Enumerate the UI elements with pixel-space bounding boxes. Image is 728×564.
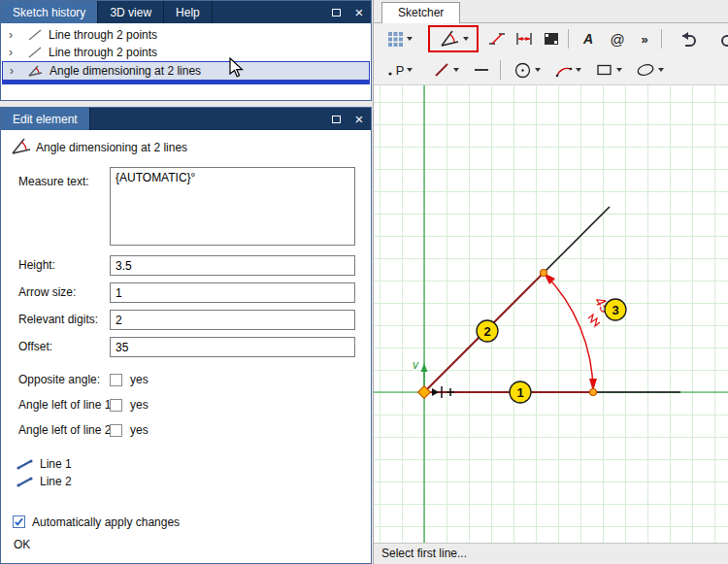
toolbar-separator <box>500 60 501 80</box>
relevant-digits-label: Relevant digits: <box>18 310 98 330</box>
chevron-down-icon <box>535 68 541 72</box>
axis-arrow-icon <box>421 363 428 372</box>
maximize-button[interactable] <box>324 1 347 23</box>
double-chevron-right-icon: » <box>641 32 647 47</box>
horizontal-line-tool-button[interactable] <box>469 57 494 83</box>
line-reference-icon <box>17 457 34 471</box>
chevron-down-icon <box>616 68 622 72</box>
angle-left-line1-label: Angle left of line 1: <box>18 395 115 415</box>
auto-apply-checkbox[interactable] <box>13 515 25 528</box>
measure-text-label: Measure text: <box>18 172 89 192</box>
constraint-arrow-icon <box>432 388 439 396</box>
sketchy-stroke-decoration <box>588 315 600 326</box>
history-row-label: Angle dimensioning at 2 lines <box>50 64 201 78</box>
line-icon <box>27 47 43 58</box>
arrow-size-label: Arrow size: <box>18 282 76 303</box>
arc-icon <box>554 61 573 79</box>
badge-2: 2 <box>477 320 498 342</box>
toolbar-separator <box>661 29 662 49</box>
construction-line-diagonal[interactable] <box>544 207 610 273</box>
offset-label: Offset: <box>18 337 52 357</box>
point-dot-icon <box>387 63 393 77</box>
slope-dimension-tool-button[interactable] <box>484 26 510 51</box>
history-row-label: Line through 2 points <box>49 46 157 59</box>
horizontal-dimension-tool-button[interactable] <box>512 26 537 51</box>
expander-icon[interactable]: › <box>10 66 19 76</box>
ellipse-tool-button[interactable] <box>632 57 667 83</box>
relevant-digits-input[interactable] <box>110 310 355 330</box>
line1-reference-label[interactable]: Line 1 <box>40 456 72 472</box>
tab-3d-view[interactable]: 3D view <box>98 1 164 23</box>
auto-apply-label: Automatically apply changes <box>32 513 180 533</box>
redo-button[interactable] <box>715 26 728 51</box>
angle-dimension-icon <box>439 29 460 49</box>
chevron-down-icon <box>407 68 413 72</box>
filled-region-tool-button[interactable] <box>539 26 564 51</box>
tab-sketch-history[interactable]: Sketch history <box>1 1 98 23</box>
close-button[interactable]: × <box>347 108 371 130</box>
point-tool-icon: P <box>396 63 405 78</box>
angle-left-line1-checkbox[interactable] <box>110 399 122 412</box>
arc-tool-button[interactable] <box>550 57 585 83</box>
badge-1: 1 <box>510 382 531 403</box>
pattern-array-tool-button[interactable] <box>381 26 418 51</box>
ok-button[interactable]: OK <box>14 538 30 551</box>
text-tool-button[interactable]: A <box>576 26 601 51</box>
ellipse-icon <box>636 61 655 79</box>
expander-icon[interactable]: › <box>9 48 18 57</box>
angle-left-line2-label: Angle left of line 2: <box>18 420 115 441</box>
toolbar-row-1: A @ » <box>374 23 728 54</box>
line2-reference-label[interactable]: Line 2 <box>40 474 72 489</box>
badge-1-label: 1 <box>516 385 523 400</box>
at-symbol-tool-button[interactable]: @ <box>605 26 630 51</box>
angle-left-line1-yes-label: yes <box>130 395 149 415</box>
angle-dimension-tool-button[interactable] <box>439 26 469 51</box>
slope-dimension-icon <box>487 30 507 48</box>
maximize-button[interactable] <box>324 108 347 130</box>
highlight-annotation-box <box>428 25 479 52</box>
rectangle-tool-button[interactable] <box>591 57 626 83</box>
tab-sketcher[interactable]: Sketcher <box>381 2 460 23</box>
tab-edit-element[interactable]: Edit element <box>1 108 90 130</box>
history-row[interactable]: › Line through 2 points <box>2 44 370 61</box>
opposite-angle-checkbox[interactable] <box>110 374 122 386</box>
sketch-history-window: Sketch history 3D view Help × › Line thr… <box>0 0 372 101</box>
titlebar-spacer <box>213 1 324 23</box>
measure-text-field[interactable]: {AUTOMATIC}° <box>110 167 355 246</box>
angle-dimension-icon <box>11 138 32 155</box>
history-row[interactable]: › Angle dimensioning at 2 lines <box>2 61 370 84</box>
line-icon <box>433 61 450 79</box>
point-tool-button[interactable]: P <box>381 57 418 83</box>
opposite-angle-yes-label: yes <box>130 370 149 390</box>
horizontal-line-icon <box>473 61 490 79</box>
sketch-history-titlebar: Sketch history 3D view Help × <box>1 1 371 23</box>
pattern-grid-icon <box>387 31 404 48</box>
maximize-icon <box>332 116 341 123</box>
history-row[interactable]: › Line through 2 points <box>2 26 370 44</box>
chevron-down-icon <box>658 68 664 72</box>
opposite-angle-label: Opposite angle: <box>18 370 100 390</box>
offset-input[interactable] <box>110 337 355 357</box>
endpoint-marker[interactable] <box>590 389 597 396</box>
chevron-down-icon <box>576 68 581 72</box>
angle-dimension-arc[interactable] <box>544 273 593 392</box>
sketcher-tabbar: Sketcher <box>374 0 728 23</box>
chevron-down-icon <box>453 68 459 72</box>
undo-button[interactable] <box>673 26 702 51</box>
expander-icon[interactable]: › <box>9 30 18 40</box>
arrow-size-input[interactable] <box>110 282 355 303</box>
tab-help[interactable]: Help <box>164 1 213 23</box>
angle-dimension-icon <box>28 65 44 77</box>
sketch-canvas[interactable]: v 45° <box>374 85 728 543</box>
close-button[interactable]: × <box>347 1 371 23</box>
angle-left-line2-checkbox[interactable] <box>110 424 122 437</box>
circle-tool-button[interactable] <box>510 57 545 83</box>
height-input[interactable] <box>110 255 355 276</box>
filled-square-icon <box>542 30 561 48</box>
more-tools-button[interactable]: » <box>636 26 653 51</box>
endpoint-marker[interactable] <box>541 270 547 277</box>
at-symbol-icon: @ <box>610 31 624 48</box>
circle-icon <box>513 61 532 80</box>
line-tool-button[interactable] <box>428 57 463 83</box>
mouse-cursor-icon <box>229 57 245 79</box>
